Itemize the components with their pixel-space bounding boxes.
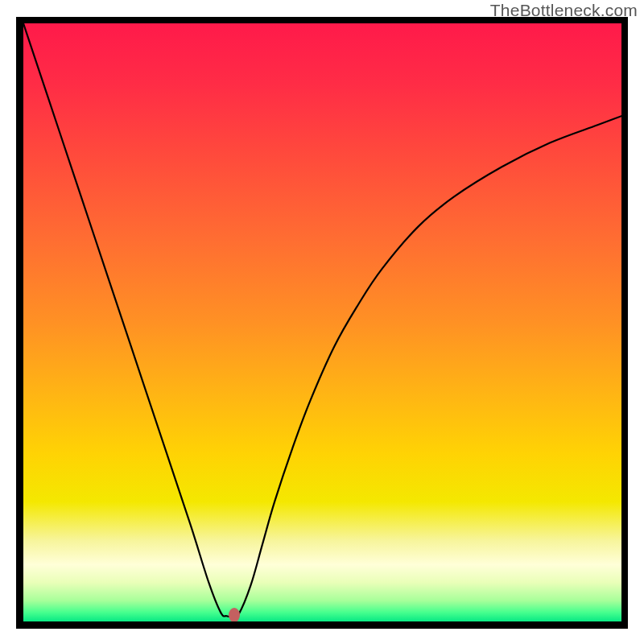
chart-plot-area	[23, 23, 621, 621]
minimum-marker-dot	[229, 608, 240, 621]
chart-frame	[16, 17, 628, 629]
chart-curve	[23, 23, 621, 621]
